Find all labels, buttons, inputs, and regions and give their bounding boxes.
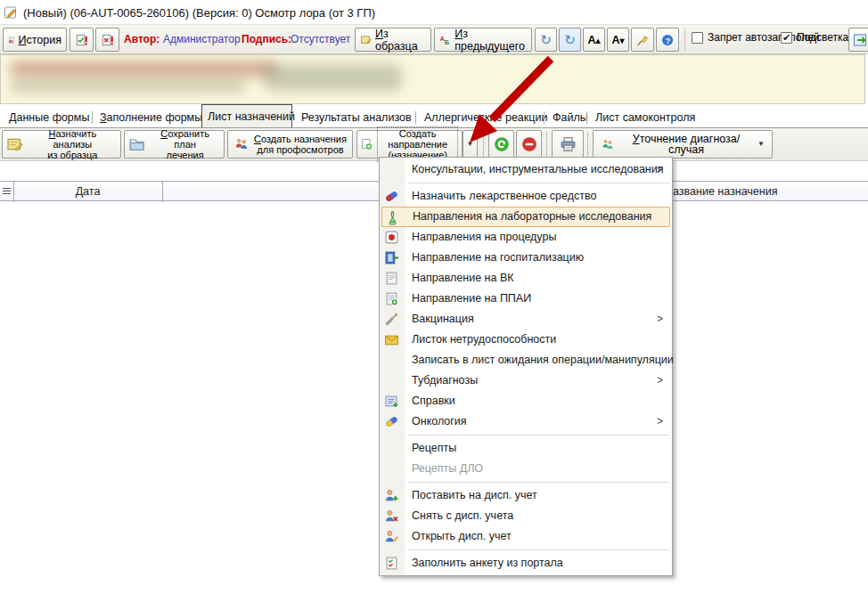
menu-item-oncology[interactable]: Онкология > xyxy=(380,411,672,432)
create-checkup-prescriptions-button[interactable]: Создать назначениядля профосмотров xyxy=(227,130,353,159)
refresh-lock-button[interactable]: ↻ xyxy=(559,28,581,52)
clear-fields-button[interactable] xyxy=(631,28,654,52)
create-checkup-line2: для профосмотров xyxy=(257,144,343,155)
submenu-arrow-icon: > xyxy=(657,309,663,330)
cancel-prescription-button[interactable] xyxy=(516,130,542,159)
create-referral-button[interactable]: Создать направление(назначение) xyxy=(356,130,463,159)
from-sample-button[interactable]: Из образца xyxy=(355,28,431,52)
refresh-list-button[interactable] xyxy=(488,130,514,159)
document-green-icon xyxy=(384,291,399,306)
menu-item-prescribe-medicine[interactable]: Назначить лекарственное средство xyxy=(380,186,672,207)
tab-allergic-reactions[interactable]: Аллергические реакции xyxy=(419,108,553,127)
export-icon xyxy=(854,33,868,47)
font-increase-button[interactable]: A▴ xyxy=(583,28,605,52)
menu-separator xyxy=(407,435,669,435)
certificate-icon xyxy=(384,394,399,409)
note-edit-icon xyxy=(4,5,18,20)
submenu-arrow-icon: > xyxy=(657,411,663,432)
menu-item-dispensary-open[interactable]: Открыть дисп. учет xyxy=(380,526,672,547)
tab-prescription-list[interactable]: Лист назначений xyxy=(201,104,292,127)
tab-self-control-list[interactable]: Лист самоконтроля xyxy=(590,108,700,127)
menu-item-portal-questionnaire[interactable]: Заполнить анкету из портала xyxy=(380,553,672,574)
broom-icon xyxy=(636,33,649,47)
refresh-icon: ↻ xyxy=(540,32,552,48)
tab-form-data[interactable]: Данные формы xyxy=(4,108,94,127)
menu-item-procedure-referrals[interactable]: Направления на процедуры xyxy=(380,227,672,248)
row-selector-icon xyxy=(3,188,11,196)
menu-item-vaccination[interactable]: Вакцинация > xyxy=(380,309,672,330)
submenu-arrow-icon: > xyxy=(657,159,663,180)
history-button[interactable]: История xyxy=(3,28,67,52)
checkbox-box-checked[interactable]: ✔ xyxy=(781,32,792,44)
menu-item-tub-diagnoses[interactable]: Тубдиагнозы > xyxy=(380,370,672,391)
menu-item-sick-leave[interactable]: Листок нетрудоспособности xyxy=(380,330,672,350)
highlight-label: Подсветка xyxy=(797,31,848,44)
svg-text:?: ? xyxy=(666,36,670,45)
toolbar-separator xyxy=(684,28,685,51)
application-window: (Новый) (06-AUT-0065-260106) (Версия: 0)… xyxy=(0,0,868,594)
document-icon xyxy=(384,271,399,286)
from-sample-label: Из образца xyxy=(375,28,426,53)
menu-item-consultations[interactable]: Консультации, инструментальные исследова… xyxy=(380,159,672,180)
tab-strip: Данные формы Заполнение формы Лист назна… xyxy=(0,104,868,128)
tab-test-results[interactable]: Результаты анализов xyxy=(296,108,417,127)
create-referral-line1: Создать направление xyxy=(388,128,447,150)
highlight-checkbox[interactable]: ✔ Подсветка xyxy=(781,31,848,44)
doc-cross-icon xyxy=(101,33,114,47)
help-button[interactable]: ? xyxy=(656,28,679,52)
menu-item-vk-referral[interactable]: Направление на ВК xyxy=(380,268,672,289)
procedure-icon xyxy=(384,230,399,245)
stop-icon xyxy=(521,136,537,152)
menu-separator xyxy=(407,482,669,483)
menu-item-dispensary-unregister[interactable]: Снять с дисп. учета xyxy=(380,506,672,526)
column-header-date[interactable]: Дата xyxy=(13,185,162,198)
refresh-button[interactable]: ↻ xyxy=(535,28,557,52)
column-header-prescription-name[interactable]: Название назначения xyxy=(665,185,777,198)
history-log-icon xyxy=(8,33,15,47)
create-checkup-line1: Создать назначения xyxy=(254,134,347,144)
save-plan-line2: лечения xyxy=(166,150,203,160)
person-open-icon xyxy=(384,529,399,544)
unsign-document-button[interactable] xyxy=(95,28,119,52)
hospital-door-icon xyxy=(384,250,399,265)
sign-document-button[interactable] xyxy=(70,28,94,52)
chevron-down-icon: ▼ xyxy=(757,139,765,150)
letters-ab-icon: А Б xyxy=(439,33,451,47)
checkbox-box[interactable] xyxy=(692,32,703,44)
form-memo-area xyxy=(0,54,865,104)
menu-item-certificates[interactable]: Справки xyxy=(380,391,672,411)
envelope-icon xyxy=(384,332,399,347)
author-label: Автор: xyxy=(124,33,160,45)
print-button[interactable] xyxy=(552,130,584,159)
from-previous-label: Из предыдущего xyxy=(454,28,527,53)
menu-item-ppai-referral[interactable]: Направление на ППАИ xyxy=(380,289,672,309)
save-plan-button[interactable]: Сохранить планлечения xyxy=(124,130,225,159)
from-previous-button[interactable]: А Б Из предыдущего xyxy=(434,28,532,52)
redacted-text xyxy=(10,79,246,93)
person-remove-icon xyxy=(384,509,399,524)
svg-text:Б: Б xyxy=(445,38,450,46)
history-label: История xyxy=(19,34,61,46)
menu-item-prescriptions[interactable]: Рецепты xyxy=(380,438,672,459)
menu-item-lab-referrals[interactable]: Направления на лабораторные исследования xyxy=(381,207,670,227)
menu-item-dispensary-register[interactable]: Поставить на дисп. учет xyxy=(380,485,672,506)
menu-item-hospitalization-referral[interactable]: Направление на госпитализацию xyxy=(380,248,672,268)
checklist-icon xyxy=(384,556,399,571)
menu-separator xyxy=(407,549,669,550)
people-green-icon xyxy=(601,137,615,152)
signature-label: Подпись: xyxy=(242,33,291,45)
menu-item-waiting-list[interactable]: Записать в лист ожидания операции/манипу… xyxy=(380,350,672,370)
pill-yellow-icon xyxy=(384,414,399,429)
submenu-arrow-icon: > xyxy=(657,370,663,391)
clarify-diagnosis-button[interactable]: Уточнение диагноза/случая ▼ xyxy=(593,130,773,159)
font-increase-icon: A▴ xyxy=(587,34,600,46)
export-button[interactable] xyxy=(848,28,868,52)
font-decrease-button[interactable]: A▾ xyxy=(607,28,629,52)
main-toolbar: История Автор: Администратор Подпись: От… xyxy=(0,24,868,54)
create-referral-dropdown-button[interactable]: ▼ xyxy=(463,130,478,159)
assign-tests-button[interactable]: Назначить анализыиз образца xyxy=(2,130,121,159)
create-referral-menu: Консультации, инструментальные исследова… xyxy=(379,157,673,576)
refresh-lock-icon: ↻ xyxy=(564,32,576,48)
tab-form-filling[interactable]: Заполнение формы xyxy=(94,108,208,127)
people-icon xyxy=(233,136,250,152)
